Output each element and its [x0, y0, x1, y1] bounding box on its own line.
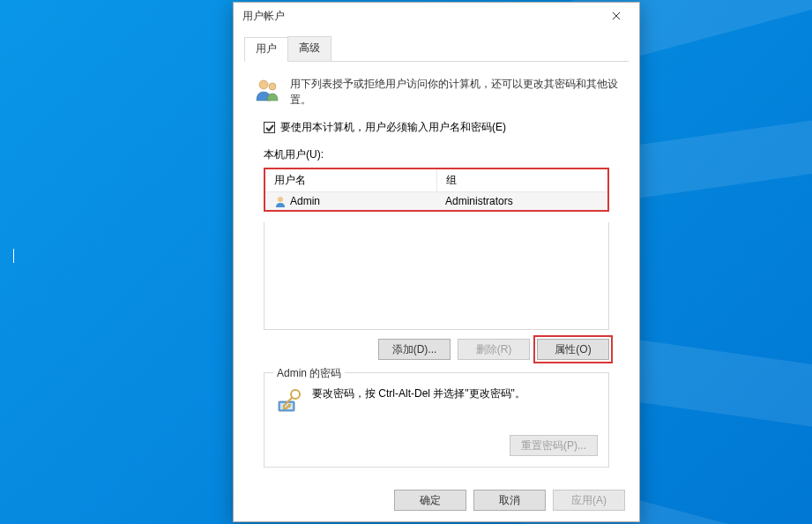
- ok-button[interactable]: 确定: [394, 490, 466, 511]
- col-header-username[interactable]: 用户名: [265, 169, 436, 192]
- tab-strip: 用户 高级: [244, 36, 629, 62]
- require-login-label: 要使用本计算机，用户必须输入用户名和密码(E): [280, 120, 506, 135]
- intro-text: 用下列表授予或拒绝用户访问你的计算机，还可以更改其密码和其他设置。: [290, 76, 620, 108]
- users-table-highlight: 用户名 组 Admin: [264, 168, 609, 212]
- text-cursor-icon: [11, 249, 17, 263]
- group-cell: Administrators: [436, 192, 607, 211]
- table-row[interactable]: Admin Administrators: [265, 192, 607, 211]
- password-group: Admin 的密码 要改密码，按 Ctrl-Alt-Del 并选择"更改密码"。…: [264, 372, 609, 468]
- username-cell: Admin: [290, 195, 320, 207]
- users-list-label: 本机用户(U):: [244, 147, 629, 168]
- password-instruction: 要改密码，按 Ctrl-Alt-Del 并选择"更改密码"。: [312, 386, 598, 401]
- close-button[interactable]: [597, 3, 636, 29]
- close-icon: [612, 11, 621, 20]
- password-group-title: Admin 的密码: [273, 366, 345, 381]
- svg-point-1: [269, 83, 276, 90]
- titlebar[interactable]: 用户帐户: [234, 3, 639, 29]
- tab-advanced[interactable]: 高级: [287, 36, 332, 61]
- reset-password-button: 重置密码(P)...: [510, 435, 598, 456]
- user-accounts-dialog: 用户帐户 用户 高级 用下列表授予或拒绝用户访问你的计算机，还可以更改其密码和其…: [233, 2, 640, 522]
- key-icon: [275, 386, 303, 417]
- add-button[interactable]: 添加(D)...: [378, 339, 451, 360]
- cancel-button[interactable]: 取消: [473, 490, 546, 511]
- tab-users[interactable]: 用户: [244, 37, 288, 62]
- user-icon: [274, 195, 287, 207]
- properties-button[interactable]: 属性(O): [537, 339, 609, 360]
- window-title: 用户帐户: [242, 9, 285, 24]
- checkmark-icon: [265, 124, 274, 132]
- users-list-empty-area[interactable]: [264, 222, 609, 330]
- users-table[interactable]: 用户名 组 Admin: [265, 169, 607, 210]
- svg-point-0: [259, 80, 268, 89]
- svg-point-2: [278, 197, 283, 202]
- apply-button: 应用(A): [553, 490, 625, 511]
- col-header-group[interactable]: 组: [436, 169, 607, 192]
- require-login-checkbox[interactable]: [264, 122, 275, 133]
- delete-button: 删除(R): [458, 339, 530, 360]
- users-icon: [253, 76, 281, 108]
